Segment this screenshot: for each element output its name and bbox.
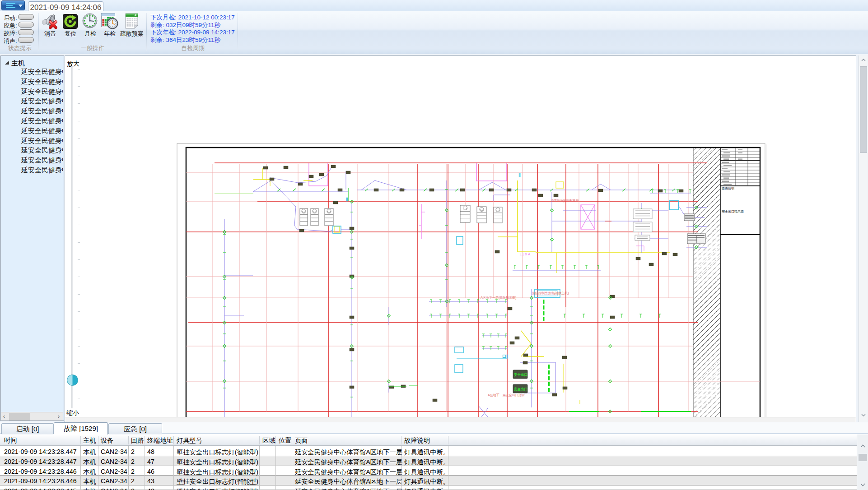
svg-text:口Ⅱ: 口Ⅱ: [502, 354, 508, 359]
svg-text:安全出口: 安全出口: [514, 373, 527, 377]
svg-text:消防应急照明配电箱: 消防应急照明配电箱: [551, 199, 579, 203]
svg-text:安全出口指示图: 安全出口指示图: [722, 210, 744, 213]
svg-text:图例说明: 图例说明: [722, 187, 734, 190]
svg-text:Ⅱ: Ⅱ: [346, 197, 348, 202]
svg-text:口 0 A: 口 0 A: [520, 252, 531, 256]
svg-text:A区地下一层安全出口指示: A区地下一层安全出口指示: [488, 393, 525, 397]
svg-text:A区地下一层(疏散指示图): A区地下一层(疏散指示图): [481, 296, 516, 300]
svg-text:Ⅱ: Ⅱ: [518, 173, 521, 178]
svg-text:消防控制室(智能疏散主机): 消防控制室(智能疏散主机): [532, 291, 569, 295]
svg-text:安全出口: 安全出口: [514, 387, 527, 391]
